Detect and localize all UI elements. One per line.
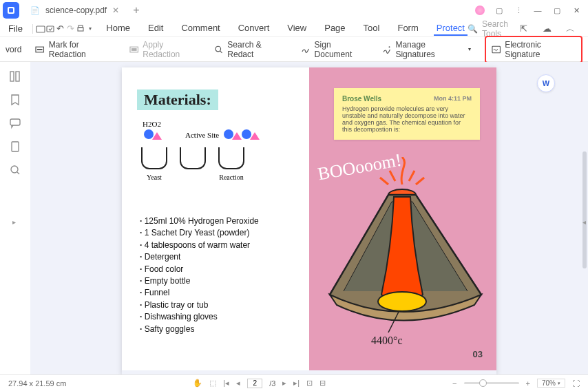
share-icon[interactable]: ⇱ [515,21,532,37]
titlebar: 📄 science-copy.pdf ✕ + ▢ ⋮ — ▢ ✕ [0,0,588,21]
undo-icon[interactable]: ↶ [55,21,65,37]
note-timestamp: Mon 4:11 PM [434,95,472,103]
dropdown-icon[interactable]: ▾ [85,21,95,37]
zoom-in-icon[interactable]: + [526,379,530,388]
zoom-out-icon[interactable]: − [452,379,456,388]
redo-icon[interactable]: ↷ [65,21,75,37]
svg-rect-5 [78,25,83,28]
list-item: Empty bottle [140,275,259,287]
prev-page-icon[interactable]: ◂ [236,379,240,388]
expand-left-panel[interactable]: ▸ [12,208,18,235]
search-redact-button[interactable]: Search & Redact [214,40,287,59]
hand-tool-icon[interactable]: ✋ [193,379,202,388]
tab-convert[interactable]: Convert [235,21,273,36]
page-number-input[interactable] [247,379,262,388]
redaction-icon [35,45,44,54]
note-body: Hydrogen peroxide molecules are very uns… [342,105,472,133]
attachments-icon[interactable] [9,140,21,153]
page-dimensions: 27.94 x 21.59 cm [8,379,66,388]
document-tab[interactable]: 📄 science-copy.pdf ✕ [25,3,125,18]
minimize-button[interactable]: — [533,6,543,15]
list-item: Safty goggles [140,324,259,335]
file-icon: 📄 [30,6,40,15]
manage-signatures-button[interactable]: Manage Signatures ▾ [382,40,471,59]
fullscreen-icon[interactable]: ⛶ [572,379,580,388]
tab-protect[interactable]: Protect [434,21,468,36]
svg-rect-12 [492,46,500,53]
first-page-icon[interactable]: |◂ [223,379,229,388]
list-item: 1 Sachet Dry Yeast (powder) [140,227,259,239]
menu-tabs: Home Edit Comment Convert View Page Tool… [103,21,468,36]
close-window-button[interactable]: ✕ [571,6,581,15]
document-canvas[interactable]: W ◂ Materials: H2O2 Active Site [30,62,588,374]
zoom-percent-dropdown[interactable]: 70%▾ [537,379,565,388]
svg-rect-2 [36,26,45,32]
last-page-icon[interactable]: ▸| [293,379,300,388]
page-total: /3 [269,379,275,388]
list-item: Detergent [140,251,259,263]
mark-redaction-label: Mark for Redaction [49,40,116,59]
fit-page-icon[interactable]: ⊡ [306,379,313,388]
sign-document-button[interactable]: Sign Document [301,40,368,59]
next-page-icon[interactable]: ▸ [282,379,286,388]
zoom-thumb[interactable] [479,379,487,387]
svg-rect-15 [10,119,20,125]
tab-edit[interactable]: Edit [145,21,166,36]
svg-rect-4 [78,28,83,31]
ai-orb-icon[interactable] [475,6,485,15]
apply-redaction-icon [129,45,138,54]
workspace: ▸ W ◂ Materials: H2O2 Active Site [0,62,588,374]
apply-redaction-button: Apply Redaction [129,40,200,59]
separator [32,24,33,34]
vertical-scrollbar[interactable] [582,151,587,268]
page-right: Brose Wells Mon 4:11 PM Hydrogen peroxid… [309,67,496,370]
volcano-illustration: BOOooom! 4400°c 03 [309,136,496,370]
reaction-diagram: H2O2 Active Site Yeast Reaction [141,121,279,190]
active-site-label: Active Site [185,131,219,139]
tab-tool[interactable]: Tool [361,21,383,36]
cloud-icon[interactable]: ☁ [538,21,555,37]
bookmarks-icon[interactable] [9,94,21,106]
reaction-label: Reaction [218,173,244,181]
search-panel-icon[interactable] [9,164,21,176]
comment-note[interactable]: Brose Wells Mon 4:11 PM Hydrogen peroxid… [334,88,480,140]
maximize-button[interactable]: ▢ [552,6,562,15]
tab-title: science-copy.pdf [45,6,107,15]
zoom-value: 70% [542,379,556,387]
page-number: 03 [473,349,483,359]
truncated-item[interactable]: vord [6,45,21,54]
expand-right-panel[interactable]: ◂ [582,218,588,246]
select-tool-icon[interactable]: ⬚ [209,379,216,388]
kebab-menu-icon[interactable]: ⋮ [514,6,523,15]
tab-page[interactable]: Page [322,21,348,36]
fit-width-icon[interactable]: ⊟ [319,379,326,388]
manage-signatures-label: Manage Signatures [395,40,463,59]
search-redact-icon [214,45,223,54]
save-icon[interactable] [45,21,55,37]
comments-icon[interactable] [9,117,21,129]
zoom-slider[interactable] [464,382,519,384]
temperature-label: 4400°c [371,335,403,347]
list-item: 4 tablespoons of warm water [140,240,259,251]
svg-rect-7 [37,49,43,50]
new-tab-button[interactable]: + [133,4,139,17]
tab-view[interactable]: View [284,21,309,36]
note-author: Brose Wells [342,95,381,103]
list-item: Food color [140,264,259,275]
close-tab-icon[interactable]: ✕ [112,6,119,15]
open-icon[interactable] [36,21,45,37]
manage-sig-icon [382,45,391,54]
svg-rect-16 [12,142,19,151]
tab-form[interactable]: Form [395,21,421,36]
convert-word-badge[interactable]: W [537,74,555,92]
tab-comment[interactable]: Comment [178,21,222,36]
tab-home[interactable]: Home [103,21,133,36]
sign-icon [301,45,310,54]
page-left: Materials: H2O2 Active Site Yeast Reacti [122,67,309,370]
notification-icon[interactable]: ▢ [494,6,504,15]
file-menu[interactable]: File [6,23,30,34]
print-icon[interactable] [75,21,85,37]
collapse-icon[interactable]: ︿ [562,21,578,37]
thumbnails-icon[interactable] [9,70,21,83]
mark-redaction-button[interactable]: Mark for Redaction [35,40,115,59]
